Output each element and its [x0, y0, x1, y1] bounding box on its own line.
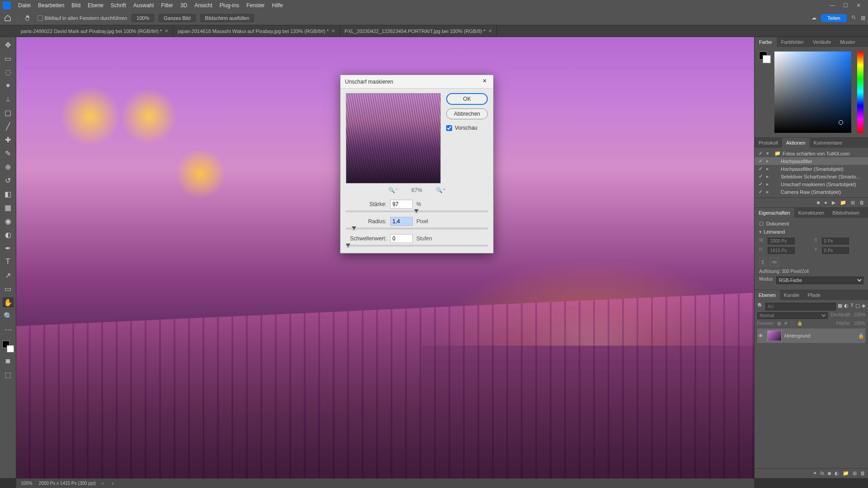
blend-mode-select[interactable]: Normal: [757, 312, 828, 319]
crop-tool-icon[interactable]: ⟂: [3, 94, 14, 104]
menu-item[interactable]: Bild: [68, 2, 84, 9]
radius-slider[interactable]: [346, 228, 488, 230]
new-set-icon[interactable]: 📁: [840, 200, 846, 206]
tab-paths[interactable]: Pfade: [803, 290, 825, 300]
mask-icon[interactable]: ◙: [828, 470, 831, 476]
lock-icon[interactable]: 🔒: [858, 333, 864, 339]
filter-type-icon[interactable]: T: [850, 303, 854, 310]
threshold-input[interactable]: [390, 234, 413, 243]
frame-tool-icon[interactable]: ▢: [3, 108, 14, 117]
menu-item[interactable]: Auswahl: [130, 2, 157, 9]
link-icon[interactable]: ⚭: [813, 470, 817, 476]
maximize-icon[interactable]: ☐: [843, 2, 848, 9]
edit-toolbar-icon[interactable]: ⋯: [3, 324, 14, 334]
fx-icon[interactable]: fx: [821, 470, 825, 476]
layer-name[interactable]: Hintergrund: [784, 333, 810, 338]
amount-input[interactable]: [390, 200, 413, 209]
home-icon[interactable]: [3, 13, 13, 23]
eyedropper-tool-icon[interactable]: ╱: [3, 121, 14, 131]
tab-comments[interactable]: Kommentare: [810, 138, 846, 148]
quickmask-icon[interactable]: ◙: [3, 356, 14, 366]
fit-screen-button[interactable]: Ganzes Bild: [159, 14, 195, 22]
radius-input[interactable]: [390, 217, 413, 226]
filter-smart-icon[interactable]: ◈: [862, 303, 865, 310]
tab-history[interactable]: Protokoll: [755, 138, 782, 148]
group-icon[interactable]: 📁: [843, 470, 849, 476]
blur-tool-icon[interactable]: ◉: [3, 216, 14, 226]
minimize-icon[interactable]: —: [830, 2, 835, 9]
marquee-tool-icon[interactable]: ▭: [3, 53, 14, 63]
scroll-all-check[interactable]: Bildlauf in allen Fenstern durchführen: [38, 15, 127, 21]
history-brush-tool-icon[interactable]: ↺: [3, 175, 14, 185]
status-doc-info[interactable]: 2000 Px x 1415 Px (300 ppi): [39, 481, 96, 486]
move-tool-icon[interactable]: ✥: [3, 40, 14, 50]
cancel-button[interactable]: Abbrechen: [446, 108, 488, 119]
adjustment-icon[interactable]: ◐: [835, 470, 839, 476]
x-field[interactable]: [822, 238, 849, 244]
fill-screen-button[interactable]: Bildschirm ausfüllen: [200, 14, 255, 22]
layer-thumbnail[interactable]: [767, 330, 782, 341]
y-field[interactable]: [822, 247, 849, 254]
search-icon[interactable]: [851, 15, 856, 21]
tab-adjustments[interactable]: Korrekturen: [794, 208, 828, 218]
action-set[interactable]: Fotos schärfen von TutKit.com: [783, 151, 850, 156]
close-icon[interactable]: ✕: [856, 2, 861, 9]
ok-button[interactable]: OK: [446, 93, 488, 105]
orient-portrait-icon[interactable]: ▯: [759, 258, 766, 266]
action-item[interactable]: Camera Raw (Smartobjekt): [781, 189, 841, 195]
color-swatch[interactable]: [2, 341, 14, 352]
trash-icon[interactable]: 🗑: [860, 470, 865, 476]
fill-value[interactable]: 100%: [854, 321, 865, 326]
tab-channels[interactable]: Kanäle: [780, 290, 803, 300]
menu-item[interactable]: Plug-ins: [216, 2, 243, 9]
amount-slider[interactable]: [346, 211, 488, 212]
mode-select[interactable]: RGB-Farbe: [776, 277, 863, 284]
gradient-tool-icon[interactable]: ▦: [3, 202, 14, 212]
lock-pixels-icon[interactable]: ▦: [777, 321, 781, 326]
tab-layers[interactable]: Ebenen: [755, 290, 780, 300]
menu-item[interactable]: Datei: [14, 2, 34, 9]
tab-swatches[interactable]: Farbfelder: [777, 37, 808, 47]
menu-item[interactable]: Bearbeiten: [34, 2, 68, 9]
status-zoom[interactable]: 100%: [21, 481, 33, 486]
heal-tool-icon[interactable]: ✚: [3, 135, 14, 145]
zoom-in-icon[interactable]: 🔍⁺: [436, 187, 445, 193]
filter-adjust-icon[interactable]: ◐: [844, 303, 849, 310]
workspace-icon[interactable]: ▥: [861, 15, 865, 21]
dialog-titlebar[interactable]: Unscharf maskieren ✕: [340, 75, 493, 89]
pen-tool-icon[interactable]: ✒: [3, 243, 14, 253]
document-tab[interactable]: japan-2014618 Masashi Wakui auf Pixabay.…: [173, 25, 340, 37]
hand-tool-icon[interactable]: ✋: [3, 297, 14, 307]
share-button[interactable]: Teilen: [821, 14, 847, 22]
path-tool-icon[interactable]: ↗: [3, 270, 14, 280]
lock-position-icon[interactable]: ✥: [784, 321, 788, 326]
action-item[interactable]: Hochpassfilter: [781, 159, 812, 164]
tab-gradients[interactable]: Verläufe: [808, 37, 835, 47]
brush-tool-icon[interactable]: ✎: [3, 148, 14, 158]
wand-tool-icon[interactable]: ✦: [3, 80, 14, 90]
document-tab[interactable]: paris-2499022 David Mark auf Pixabay.jpg…: [16, 25, 173, 37]
screenmode-icon[interactable]: ⬚: [3, 370, 14, 380]
preview-image[interactable]: [346, 93, 441, 183]
stop-icon[interactable]: ■: [817, 200, 820, 206]
chevron-right-icon[interactable]: ›: [102, 481, 104, 486]
orient-landscape-icon[interactable]: ▭: [770, 258, 779, 266]
zoom-level-button[interactable]: 100%: [132, 14, 154, 22]
tab-actions[interactable]: Aktionen: [782, 138, 810, 148]
new-layer-icon[interactable]: ⊞: [853, 470, 857, 476]
cloud-icon[interactable]: ☁: [811, 15, 816, 21]
stamp-tool-icon[interactable]: ⊕: [3, 162, 14, 172]
action-item[interactable]: Selektiver Scharfzeichner (Smarto...: [781, 174, 860, 179]
shape-tool-icon[interactable]: ▭: [3, 284, 14, 294]
menu-item[interactable]: Ansicht: [191, 2, 216, 9]
tab-patterns[interactable]: Muster: [835, 37, 860, 47]
opacity-value[interactable]: 100%: [854, 312, 865, 319]
type-tool-icon[interactable]: T: [3, 257, 14, 267]
layer-row[interactable]: 👁 Hintergrund 🔒: [757, 328, 865, 343]
tab-color[interactable]: Farbe: [755, 37, 777, 47]
menu-item[interactable]: Schrift: [107, 2, 130, 9]
filter-shape-icon[interactable]: ▢: [855, 303, 860, 310]
menu-item[interactable]: Fenster: [243, 2, 269, 9]
close-icon[interactable]: ✕: [481, 78, 489, 86]
zoom-out-icon[interactable]: 🔍⁻: [388, 187, 398, 193]
